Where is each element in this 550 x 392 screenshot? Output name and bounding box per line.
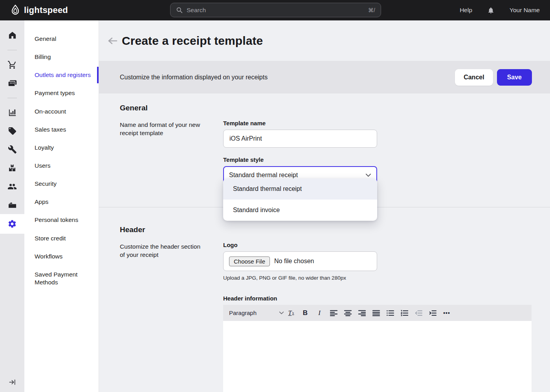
search-placeholder: Search [187,7,364,14]
action-bar: Customize the information displayed on y… [99,61,550,93]
numbered-list-button[interactable] [397,305,411,321]
sell-cart-icon[interactable] [0,55,24,74]
sidebar-item-payment-types[interactable]: Payment types [24,84,99,102]
header-section-heading: Header [120,225,223,234]
sidebar-item-loyalty[interactable]: Loyalty [24,139,99,157]
cash-drawer-icon[interactable] [0,196,24,214]
sidebar-item-workflows[interactable]: Workflows [24,247,99,266]
rail-divider [0,44,24,55]
sidebar-item-sales-taxes[interactable]: Sales taxes [24,121,99,139]
sidebar-item-users[interactable]: Users [24,157,99,175]
home-icon[interactable] [0,26,24,44]
page-title: Create a receipt template [122,34,263,48]
more-options-button[interactable]: ••• [440,305,454,321]
back-arrow-icon[interactable] [107,37,117,45]
brand-name: lightspeed [24,5,68,15]
setup-wrench-icon[interactable] [0,140,24,159]
sidebar-item-on-account[interactable]: On-account [24,103,99,121]
cancel-button[interactable]: Cancel [455,69,493,86]
notifications-bell-icon[interactable] [487,6,495,15]
sidebar-item-personal-tokens[interactable]: Personal tokens [24,211,99,229]
rich-text-editor-toolbar: Paragraph Tx B I [223,305,532,321]
sidebar-item-store-credit[interactable]: Store credit [24,229,99,247]
remove-format-button[interactable]: Tx [284,305,298,321]
general-section-heading: General [120,104,223,112]
bold-button[interactable]: B [298,305,312,321]
template-name-input[interactable] [223,130,377,148]
remove-format-glyph: T [288,310,292,317]
global-search-input[interactable]: Search ⌘/ [170,3,381,17]
general-section: General Name and format of your new rece… [99,93,550,207]
italic-button[interactable]: I [312,305,326,321]
sidebar-item-security[interactable]: Security [24,175,99,193]
chevron-down-icon [365,173,371,177]
lightspeed-logo[interactable]: lightspeed [0,4,68,16]
settings-sidebar: General Billing Outlets and registers Pa… [24,20,99,392]
paragraph-format-value: Paragraph [229,310,279,316]
paragraph-format-select[interactable]: Paragraph [229,310,284,316]
template-name-label: Template name [223,120,377,126]
action-bar-description: Customize the information displayed on y… [120,74,455,81]
rail-divider [0,92,24,103]
justify-button[interactable] [369,305,383,321]
main-content: Create a receipt template Customize the … [99,20,550,392]
choose-file-button[interactable]: Choose File [229,256,270,266]
settings-gear-icon[interactable] [0,214,24,234]
template-style-dropdown-menu: Standard thermal receipt Standard invoic… [223,178,377,221]
outdent-button[interactable] [411,305,425,321]
flame-icon [10,4,20,16]
chevron-down-icon [279,311,284,315]
remove-format-sub-glyph: x [292,311,294,315]
dropdown-option-standard-thermal-receipt[interactable]: Standard thermal receipt [223,178,377,200]
sidebar-item-apps[interactable]: Apps [24,193,99,211]
catalog-tag-icon[interactable] [0,122,24,140]
icon-rail [0,20,24,392]
bulleted-list-button[interactable] [383,305,397,321]
help-link[interactable]: Help [460,7,472,14]
user-menu[interactable]: Your Name [510,7,540,14]
expand-rail-icon[interactable] [0,379,24,386]
indent-button[interactable] [425,305,440,321]
sidebar-item-billing[interactable]: Billing [24,48,99,66]
topbar: lightspeed Search ⌘/ Help Your Name [0,0,550,20]
template-style-selected-value: Standard thermal receipt [229,172,298,179]
sidebar-item-outlets-and-registers[interactable]: Outlets and registers [24,66,99,84]
register-icon[interactable] [0,74,24,92]
logo-upload-hint: Upload a JPG, PNG or GIF file, no wider … [223,275,532,281]
header-information-label: Header information [223,295,532,302]
rich-text-editor-area[interactable] [223,321,532,392]
template-style-label: Template style [223,156,377,163]
inventory-boxes-icon[interactable] [0,159,24,177]
align-center-button[interactable] [341,305,355,321]
sidebar-item-saved-payment-methods[interactable]: Saved Payment Methods [24,266,99,291]
file-status-text: No file chosen [274,258,314,265]
logo-file-input[interactable]: Choose File No file chosen [223,251,377,271]
header-section-description: Customize the header section of your rec… [120,243,206,259]
general-section-description: Name and format of your new receipt temp… [120,121,206,137]
reporting-chart-icon[interactable] [0,103,24,122]
header-section: Header Customize the header section of y… [99,207,550,392]
save-button[interactable]: Save [497,69,532,86]
align-left-button[interactable] [326,305,341,321]
dropdown-option-standard-invoice[interactable]: Standard invoice [223,200,377,221]
sidebar-item-general[interactable]: General [24,30,99,48]
logo-label: Logo [223,242,532,248]
customers-people-icon[interactable] [0,177,24,196]
search-icon [176,7,183,13]
align-right-button[interactable] [355,305,369,321]
search-shortcut-hint: ⌘/ [368,7,375,13]
